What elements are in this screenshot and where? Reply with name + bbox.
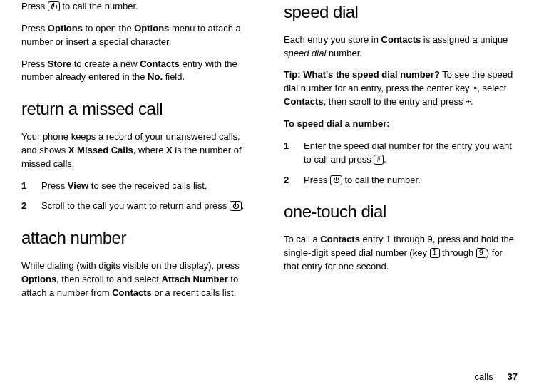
step-number: 1 xyxy=(284,140,304,167)
text: Press xyxy=(41,180,68,191)
step-body: Press ⏻ to call the number. xyxy=(304,174,518,187)
text: to create a new xyxy=(71,58,140,69)
text: To call a xyxy=(284,234,320,244)
text: , then scroll to and select xyxy=(56,274,161,284)
list-item: 2 Press ⏻ to call the number. xyxy=(284,174,518,187)
term: speed dial xyxy=(284,48,326,58)
text: to call the number. xyxy=(60,1,138,11)
text: . xyxy=(242,200,245,211)
text: to open the xyxy=(83,23,134,33)
paragraph: Each entry you store in Contacts is assi… xyxy=(284,33,518,61)
subheading: To speed dial a number: xyxy=(284,118,518,131)
text: is assigned a unique xyxy=(421,34,508,45)
text: Press xyxy=(304,175,330,185)
text: Enter the speed dial number for the entr… xyxy=(304,140,512,165)
list-item: 2 Scroll to the call you want to return … xyxy=(21,200,255,213)
softkey-label: Options xyxy=(48,23,83,33)
status-text: X Missed Calls xyxy=(68,145,133,155)
paragraph: Press Options to open the Options menu t… xyxy=(21,22,255,49)
paragraph: Your phone keeps a record of your unansw… xyxy=(21,130,255,171)
left-column: Press ⏻ to call the number. Press Option… xyxy=(21,0,270,392)
heading-return-missed-call: return a missed call xyxy=(21,97,255,122)
softkey-label: Store xyxy=(48,58,71,69)
text: Press xyxy=(21,58,48,69)
list-item: 1 Enter the speed dial number for the en… xyxy=(284,140,518,167)
ordered-list: 1 Enter the speed dial number for the en… xyxy=(284,140,518,187)
menu-name: Contacts xyxy=(284,96,324,107)
text: Press xyxy=(21,1,48,11)
softkey-label: Options xyxy=(21,274,56,284)
hash-key-icon: # xyxy=(374,155,384,165)
nine-key-icon: 9 xyxy=(476,248,486,258)
paragraph: Press Store to create a new Contacts ent… xyxy=(21,58,255,85)
step-number: 1 xyxy=(21,180,41,193)
call-key-icon: ⏻ xyxy=(230,201,242,211)
page: Press ⏻ to call the number. Press Option… xyxy=(0,0,539,392)
text: field. xyxy=(163,71,185,82)
call-key-icon: ⏻ xyxy=(48,1,60,11)
step-number: 2 xyxy=(21,200,41,213)
page-number: 37 xyxy=(508,371,518,382)
text: number. xyxy=(326,48,362,58)
menu-name: Contacts xyxy=(112,287,152,298)
menu-name: Contacts xyxy=(320,234,360,244)
text: Press xyxy=(21,23,48,33)
menu-name: Contacts xyxy=(381,34,421,45)
step-body: Enter the speed dial number for the entr… xyxy=(304,140,518,167)
text: , select xyxy=(477,83,506,93)
footer-section: calls xyxy=(475,371,493,382)
field-name: No. xyxy=(148,71,163,82)
text: to call the number. xyxy=(342,175,421,185)
list-item: 1 Press View to see the received calls l… xyxy=(21,180,255,193)
paragraph: While dialing (with digits visible on th… xyxy=(21,259,255,300)
one-key-icon: 1 xyxy=(430,248,440,258)
heading-attach-number: attach number xyxy=(21,226,255,251)
text: Each entry you store in xyxy=(284,34,381,45)
text: . xyxy=(384,154,386,165)
text: To speed dial a number: xyxy=(284,118,390,129)
paragraph: To call a Contacts entry 1 through 9, pr… xyxy=(284,233,518,274)
step-body: Press View to see the received calls lis… xyxy=(41,180,255,193)
nav-key-icon: ·•· xyxy=(466,97,471,105)
menu-name: Contacts xyxy=(140,58,180,69)
ordered-list: 1 Press View to see the received calls l… xyxy=(21,180,255,214)
text: to see the received calls list. xyxy=(88,180,207,191)
text: . xyxy=(471,96,473,107)
text: , where xyxy=(133,145,166,155)
softkey-label: View xyxy=(68,180,88,191)
menu-name: Options xyxy=(134,23,169,33)
text: through xyxy=(440,247,476,258)
paragraph: Press ⏻ to call the number. xyxy=(21,0,255,14)
text: or a recent calls list. xyxy=(152,287,237,298)
menu-item: Attach Number xyxy=(162,274,228,284)
step-number: 2 xyxy=(284,174,304,187)
text: Scroll to the call you want to return an… xyxy=(41,200,230,211)
page-footer: calls37 xyxy=(475,371,518,382)
heading-one-touch-dial: one-touch dial xyxy=(284,200,518,225)
text: , then scroll to the entry and press xyxy=(324,96,466,107)
tip-label: Tip: What's the speed dial number? xyxy=(284,69,440,80)
right-column: speed dial Each entry you store in Conta… xyxy=(270,0,518,392)
call-key-icon: ⏻ xyxy=(330,175,342,185)
step-body: Scroll to the call you want to return an… xyxy=(41,200,255,213)
variable: X xyxy=(166,145,173,155)
text: While dialing (with digits visible on th… xyxy=(21,260,240,271)
heading-speed-dial: speed dial xyxy=(284,0,518,25)
paragraph: Tip: What's the speed dial number? To se… xyxy=(284,68,518,109)
